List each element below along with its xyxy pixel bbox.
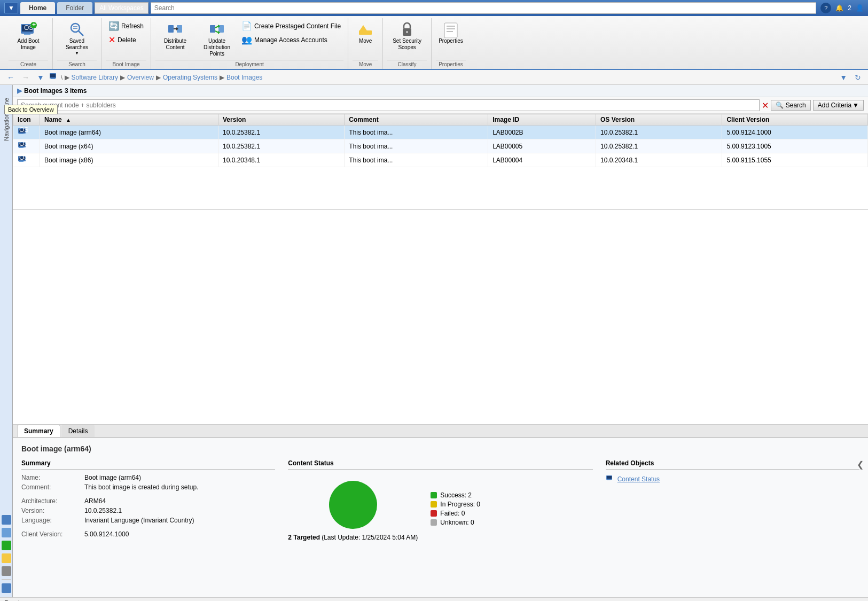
sidebar-icon-3[interactable]	[2, 541, 11, 550]
cell-client-version: 5.00.9124.1000	[722, 126, 868, 139]
table-row[interactable]: OS Boot image (arm64) 10.0.25382.1 This …	[13, 126, 868, 139]
section-title: Boot Images	[24, 87, 62, 95]
client-version-value: 5.00.9124.1000	[84, 530, 129, 538]
cell-icon: OS	[13, 153, 40, 167]
legend-failed-label: Failed: 0	[440, 510, 465, 517]
version-label: Version:	[21, 507, 80, 514]
cell-client-version: 5.00.9123.1005	[722, 139, 868, 153]
related-objects-section: Related Objects Content Status	[606, 459, 859, 484]
col-icon[interactable]: Icon	[13, 114, 40, 126]
sidebar-icon-1[interactable]	[2, 515, 11, 525]
set-security-scopes-label: Set Security Scopes	[390, 38, 424, 51]
app-menu-icon: ▼	[8, 4, 14, 12]
boot-image-buttons: 🔄 Refresh ✕ Delete	[106, 19, 146, 59]
col-name[interactable]: Name ▲	[40, 114, 218, 126]
help-icon[interactable]: ?	[820, 3, 831, 13]
cell-os-version: 10.0.25382.1	[596, 139, 722, 153]
legend-in-progress: In Progress: 0	[431, 501, 480, 508]
main-search-input[interactable]	[17, 99, 760, 111]
table-container: Icon Name ▲ Version Comment Image ID OS …	[13, 114, 868, 210]
svg-point-23	[406, 31, 408, 33]
refresh-breadcrumb-button[interactable]: ↻	[852, 72, 864, 83]
search-group-label: Search	[57, 60, 97, 69]
deployment-buttons: Distribute Content Update Distribu	[155, 19, 343, 59]
table-row[interactable]: OS Boot image (x86) 10.0.20348.1 This bo…	[13, 153, 868, 167]
manage-access-button[interactable]: 👥 Manage Access Accounts	[239, 33, 343, 46]
legend-failed: Failed: 0	[431, 510, 480, 517]
saved-searches-button[interactable]: Saved Searches ▼	[57, 19, 97, 57]
sidebar-icon-6[interactable]	[2, 583, 11, 593]
table-row[interactable]: OS Boot image (x64) 10.0.25382.1 This bo…	[13, 139, 868, 153]
back-button[interactable]: ←	[4, 72, 17, 83]
properties-button[interactable]: Properties	[436, 19, 466, 46]
legend-success: Success: 2	[431, 491, 480, 499]
delete-icon: ✕	[108, 35, 115, 45]
detail-panel: Boot image (arm64) ❮ Summary Name: Boot …	[13, 437, 868, 597]
svg-text:+: +	[32, 21, 36, 28]
cell-comment: This boot ima...	[345, 126, 488, 139]
manage-access-icon: 👥	[241, 35, 252, 45]
cell-icon: OS	[13, 126, 40, 139]
ribbon-group-boot-image: 🔄 Refresh ✕ Delete Boot Image	[101, 18, 151, 69]
breadcrumb-overview[interactable]: Overview	[127, 74, 154, 81]
tab-folder[interactable]: Folder	[57, 2, 92, 14]
content-status-link-label[interactable]: Content Status	[617, 475, 660, 483]
refresh-button[interactable]: 🔄 Refresh	[106, 19, 146, 33]
content-status-link[interactable]: Content Status	[606, 474, 859, 484]
all-workspaces-btn[interactable]: All Workspaces	[95, 2, 148, 14]
expand-icon[interactable]: ▶	[17, 87, 22, 95]
distribute-content-button[interactable]: Distribute Content	[155, 19, 195, 52]
breadcrumb-boot-images[interactable]: Boot Images	[226, 74, 262, 81]
sidebar-icon-4[interactable]	[2, 553, 11, 563]
svg-rect-11	[168, 25, 174, 33]
col-client-version[interactable]: Client Version	[722, 114, 868, 126]
move-icon	[357, 21, 374, 38]
deployment-group-label: Deployment	[155, 60, 343, 69]
dropdown-nav-button[interactable]: ▼	[34, 72, 47, 83]
refresh-label: Refresh	[121, 22, 144, 30]
boot-image-group-label: Boot Image	[106, 60, 146, 69]
breadcrumb-software-library[interactable]: Software Library	[72, 74, 118, 81]
tab-details[interactable]: Details	[61, 425, 95, 437]
add-criteria-button[interactable]: Add Criteria ▼	[813, 100, 864, 111]
search-button[interactable]: 🔍 Search	[771, 100, 811, 111]
last-update: (Last Update: 1/25/2024 5:04 AM)	[322, 534, 418, 541]
set-security-scopes-button[interactable]: Set Security Scopes	[387, 19, 427, 52]
sidebar-icon-2[interactable]	[2, 528, 11, 537]
pie-chart-container: 2 Targeted (Last Update: 1/25/2024 5:04 …	[288, 478, 418, 541]
col-os-version[interactable]: OS Version	[596, 114, 722, 126]
forward-button[interactable]: →	[19, 72, 32, 83]
add-boot-image-button[interactable]: OS + Add Boot Image	[9, 19, 48, 52]
tab-summary[interactable]: Summary	[17, 425, 60, 437]
update-dist-points-button[interactable]: Update Distribution Points	[197, 19, 237, 59]
bell-icon[interactable]: 🔔	[835, 4, 843, 12]
col-version[interactable]: Version	[218, 114, 344, 126]
col-image-id[interactable]: Image ID	[488, 114, 596, 126]
title-bar: ▼ Home Folder All Workspaces ? 🔔 2 👤	[0, 0, 868, 16]
breadcrumb-sep-0: \ ▶	[61, 74, 69, 81]
col-comment[interactable]: Comment	[345, 114, 488, 126]
svg-rect-3	[24, 34, 30, 35]
breadcrumb-dropdown-button[interactable]: ▼	[837, 72, 850, 83]
breadcrumb-operating-systems[interactable]: Operating Systems	[163, 74, 217, 81]
delete-label: Delete	[118, 36, 136, 44]
user-icon[interactable]: 👤	[856, 4, 864, 12]
svg-rect-31	[51, 79, 55, 79]
svg-text:OS: OS	[19, 127, 28, 134]
sidebar-icon-5[interactable]	[2, 566, 11, 576]
properties-label: Properties	[439, 38, 463, 44]
tab-home[interactable]: Home	[20, 2, 55, 14]
targeted-label: 2 Targeted (Last Update: 1/25/2024 5:04 …	[288, 534, 418, 541]
set-security-scopes-icon	[398, 21, 416, 38]
detail-spacer	[21, 493, 275, 497]
saved-searches-label: Saved Searches	[60, 38, 94, 51]
detail-expand-chevron[interactable]: ❮	[857, 459, 864, 470]
prestaged-content-button[interactable]: 📄 Create Prestaged Content File	[239, 19, 343, 33]
delete-button[interactable]: ✕ Delete	[106, 33, 146, 46]
search-clear-button[interactable]: ✕	[762, 100, 769, 111]
table-spacer	[13, 210, 868, 424]
title-search-input[interactable]	[151, 2, 817, 14]
properties-icon	[442, 21, 459, 38]
move-button[interactable]: Move	[353, 19, 378, 46]
app-menu-dropdown[interactable]: ▼	[4, 3, 18, 13]
